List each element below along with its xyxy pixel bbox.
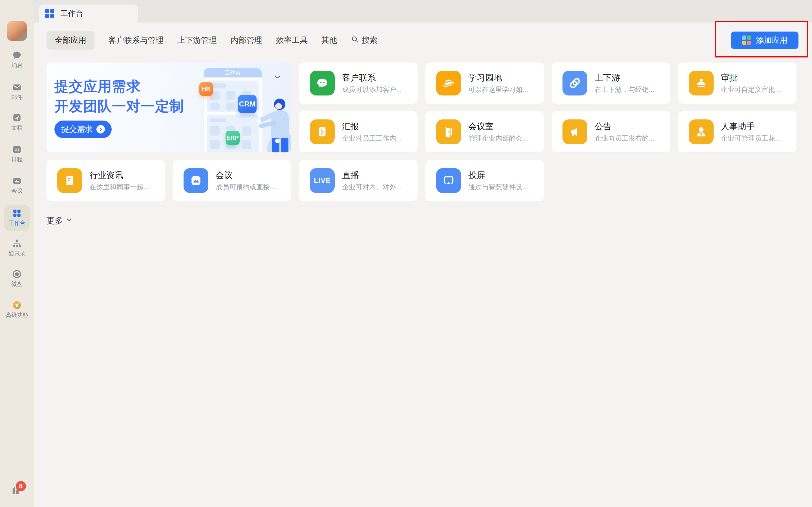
app-name: 直播 (342, 171, 402, 179)
arrow-right-icon (96, 125, 105, 133)
cast-icon (436, 168, 461, 193)
megaphone-icon (562, 119, 587, 144)
app-grid: 提交应用需求 开发团队一对一定制 提交需求 工作台 (47, 62, 797, 201)
add-app-button[interactable]: 添加应用 (731, 32, 799, 49)
app-card-10[interactable]: 会议成员可预约或直接... (173, 160, 291, 201)
premium-icon (0, 299, 34, 311)
sidebar-item-drive[interactable]: 微盘 (0, 269, 34, 287)
app-desc: 通过与智慧硬件设... (468, 184, 528, 190)
chat-bubble-icon (0, 50, 34, 61)
banner-collapse-chevron-down-icon[interactable] (273, 73, 282, 82)
app-card-6[interactable]: 会议室管理企业内部的会... (425, 111, 544, 152)
sidebar-item-label: 日程 (0, 156, 34, 162)
top-bar: 工作台 (34, 0, 812, 22)
meeting-side-icon (0, 175, 34, 186)
app-desc: 在上下游，与经销... (595, 86, 654, 93)
person-illustration (257, 99, 291, 152)
docs-icon (0, 112, 34, 123)
live-icon: LIVE (314, 177, 331, 185)
app-desc: 企业可管理员工花... (721, 135, 781, 142)
app-card-1[interactable]: 客户联系成员可以添加客户... (299, 62, 417, 104)
sidebar-item-label: 工作台 (4, 220, 30, 226)
news-icon (57, 168, 82, 193)
door-icon (436, 119, 461, 144)
stamp-icon (689, 71, 714, 96)
phone-header: 工作台 (204, 68, 262, 77)
more-toggle[interactable]: 更多 (47, 215, 73, 226)
sidebar-item-meeting[interactable]: 会议 (0, 175, 34, 193)
submit-request-label: 提交需求 (61, 124, 93, 135)
search-label: 搜索 (362, 35, 377, 46)
filter-tab-0[interactable]: 全部应用 (47, 31, 94, 50)
banner-title-line1: 提交应用需求 (54, 79, 141, 94)
tab-workbench[interactable]: 工作台 (39, 4, 138, 22)
sidebar-item-docs[interactable]: 文档 (0, 112, 34, 130)
app-card-2[interactable]: 学习园地可以在这里学习如... (425, 62, 544, 104)
wechat-chat-icon (310, 71, 335, 96)
filter-tab-2[interactable]: 上下游管理 (177, 31, 217, 50)
notification-badge: 8 (16, 481, 26, 491)
sidebar-item-workbench[interactable]: 工作台 (4, 205, 30, 231)
app-name: 投屏 (468, 171, 528, 179)
filter-tab-4[interactable]: 效率工具 (276, 31, 308, 50)
promo-banner[interactable]: 提交应用需求 开发团队一对一定制 提交需求 工作台 (47, 62, 291, 152)
calendar-icon (0, 144, 34, 155)
hr-tag: HR (199, 82, 213, 96)
meeting-app-icon (184, 168, 208, 193)
filter-tab-3[interactable]: 内部管理 (231, 31, 262, 50)
sidebar-item-contacts[interactable]: 通讯录 (0, 238, 34, 256)
app-desc: 成员可预约或直接... (216, 184, 275, 190)
workbench-page: 消息邮件文档日程会议工作台通讯录微盘高级功能 8 工作台 全部应用客户联系与管理… (0, 0, 812, 507)
drive-icon (0, 269, 34, 280)
app-card-4[interactable]: 审批企业可自定义审批... (678, 62, 797, 104)
main-content: 全部应用客户联系与管理上下游管理内部管理效率工具其他 搜索 添加应用 提交应用需… (34, 22, 812, 507)
sidebar-item-messages[interactable]: 消息 (0, 50, 34, 68)
app-card-11[interactable]: LIVE直播企业可对内、对外... (299, 160, 417, 201)
tab-title: 工作台 (60, 8, 83, 18)
sidebar-item-label: 微盘 (0, 281, 34, 287)
sidebar-item-label: 会议 (0, 188, 34, 193)
planet-icon (436, 71, 461, 96)
app-card-8[interactable]: 人事助手企业可管理员工花... (678, 111, 797, 152)
person-icon (689, 119, 714, 144)
app-name: 上下游 (595, 73, 654, 82)
app-card-12[interactable]: 投屏通过与智慧硬件设... (425, 160, 544, 201)
app-card-3[interactable]: 上下游在上下游，与经销... (552, 62, 670, 104)
app-desc: 管理企业内部的会... (468, 135, 528, 142)
app-name: 行业资讯 (89, 171, 149, 179)
add-app-label: 添加应用 (756, 35, 788, 46)
sidebar-item-calendar[interactable]: 日程 (0, 144, 34, 162)
sidebar-item-mail[interactable]: 邮件 (0, 82, 34, 100)
sidebar-item-label: 邮件 (0, 94, 34, 100)
workbench-grid-icon (45, 9, 54, 18)
app-desc: 企业对员工工作内... (342, 135, 402, 142)
app-desc: 企业可自定义审批... (721, 86, 781, 93)
filter-bar: 全部应用客户联系与管理上下游管理内部管理效率工具其他 搜索 (47, 31, 377, 50)
app-name: 客户联系 (342, 73, 402, 82)
live-icon: LIVE (310, 168, 335, 193)
app-name: 会议 (216, 171, 275, 179)
app-desc: 企业可对内、对外... (342, 184, 402, 190)
app-name: 审批 (721, 73, 781, 82)
app-card-5[interactable]: 汇报企业对员工工作内... (299, 111, 417, 152)
app-card-9[interactable]: 行业资讯在这里和同事一起... (47, 160, 165, 201)
filter-tab-1[interactable]: 客户联系与管理 (108, 31, 163, 50)
app-desc: 成员可以添加客户... (342, 86, 402, 93)
links-icon (562, 71, 587, 96)
app-card-7[interactable]: 公告企业向员工发布的... (552, 111, 670, 152)
sidebar-item-label: 高级功能 (0, 312, 34, 318)
more-label: 更多 (47, 215, 63, 226)
crm-tag: CRM (238, 95, 257, 113)
banner-title-line2: 开发团队一对一定制 (54, 99, 184, 113)
sidebar-item-label: 消息 (0, 62, 34, 68)
user-avatar[interactable] (7, 21, 27, 41)
search-icon (351, 36, 359, 45)
app-name: 汇报 (342, 122, 402, 131)
filter-tab-5[interactable]: 其他 (321, 31, 337, 50)
submit-request-button[interactable]: 提交需求 (54, 121, 112, 138)
contacts-icon (0, 238, 34, 249)
sidebar-item-premium[interactable]: 高级功能 (0, 299, 34, 318)
app-desc: 可以在这里学习如... (468, 86, 528, 93)
search-control[interactable]: 搜索 (351, 35, 377, 46)
app-name: 公告 (595, 122, 654, 131)
